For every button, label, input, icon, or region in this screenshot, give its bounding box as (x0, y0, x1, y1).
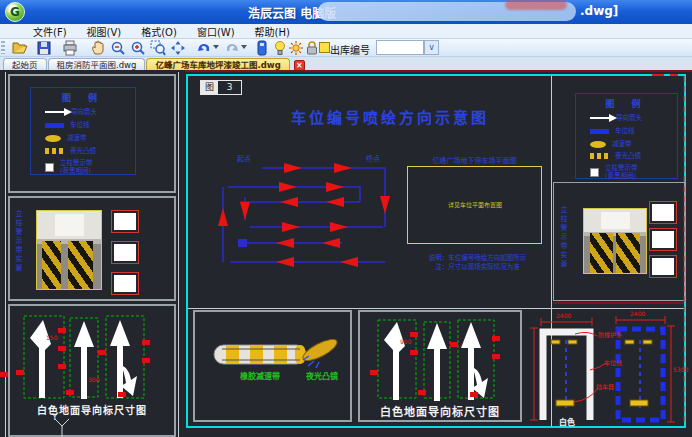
legend-item-label: 减速带 (67, 134, 87, 142)
legend-oval-symbol (590, 141, 606, 148)
bay-white-label: 白色 (548, 416, 586, 427)
legend-item-label: 立柱警示带(黄黑相间) (605, 164, 638, 180)
toolbar: 出库编号 ∨ (0, 39, 692, 57)
bay-annotation: 防撞护条 (598, 330, 622, 339)
white-sample-square (114, 275, 136, 292)
zoom-window-icon[interactable] (150, 40, 166, 56)
legend-bar-symbol (590, 129, 609, 134)
white-sample-square (114, 244, 136, 261)
arrow-dim: 300 (88, 376, 99, 383)
palette-icon[interactable] (254, 40, 270, 56)
garage-photo-right (583, 208, 647, 274)
legend-item-label: 导向箭头 (616, 114, 642, 122)
ucs-axis-label: Y (52, 412, 58, 422)
app-logo-icon: G (5, 2, 25, 22)
menu-bar: 文件(F) 视图(V) 格式(O) 窗口(W) 帮助(H) (0, 24, 692, 39)
menu-format[interactable]: 格式(O) (138, 24, 180, 39)
figure-stamp: 图 3 (200, 80, 242, 95)
legend-oval-symbol (45, 135, 61, 142)
legend-title: 图 例 (576, 97, 677, 110)
legend-square-symbol (45, 163, 54, 172)
plan-inner-note: 详见车位平面布置图 (410, 200, 540, 209)
out-number-label: 出库编号 (330, 42, 370, 57)
print-icon[interactable] (62, 40, 78, 56)
route-start-label: 起点 (237, 153, 251, 163)
redo-icon[interactable] (224, 40, 240, 56)
garage-photo-left (36, 210, 102, 290)
white-sample-square (652, 204, 674, 221)
speed-bump-panel (193, 310, 352, 422)
legend-box-left: 图 例 导向箭头 车位线 减速带 夜光凸镜 立柱警示带(黄黑相间) (30, 87, 136, 175)
bay-dim-top: 2400 (556, 312, 571, 319)
window-title-suffix: .dwg] (580, 4, 618, 18)
photo-side-label: 立柱警示带实景 (558, 206, 568, 272)
photo-striped-column (616, 233, 640, 273)
bay-annotation: 挡车器 (596, 382, 614, 391)
bay-dim-side: 5300 (673, 366, 688, 373)
white-sample-square (114, 213, 136, 230)
maroon-line (553, 302, 684, 304)
mirror-label: 夜光凸镜 (294, 370, 350, 381)
legend-item-label: 导向箭头 (71, 108, 97, 116)
maroon-top-line (185, 70, 692, 72)
bay-annotation: 车位线 (604, 358, 622, 367)
undo-dropdown-icon[interactable] (213, 45, 219, 49)
legend-dash-symbol (590, 153, 609, 159)
bay-dim-top: 2400 (630, 310, 645, 317)
legend-arrow-symbol (45, 111, 65, 113)
legend-dash-symbol (45, 148, 64, 154)
sheet-main-title: 车位编号喷绘方向示意图 (240, 106, 540, 127)
app-window: G 浩辰云图 电脑版 .dwg] 文件(F) 视图(V) 格式(O) 窗口(W)… (0, 0, 692, 437)
legend-item-label: 车位线 (615, 127, 635, 135)
photo-striped-column (590, 233, 612, 273)
menu-window[interactable]: 窗口(W) (194, 24, 238, 39)
redo-dropdown-icon[interactable] (241, 45, 247, 49)
combo-dropdown-icon[interactable]: ∨ (424, 40, 439, 55)
arrow-panel-label-left: 白色地面导向标尺寸图 (10, 402, 174, 417)
zoom-extents-icon[interactable] (170, 40, 186, 56)
drawing-canvas[interactable]: 图 例 导向箭头 车位线 减速带 夜光凸镜 立柱警示带(黄黑相间) 立柱警示带实… (0, 70, 692, 437)
color-swatch-icon[interactable] (319, 42, 330, 53)
arrow-dim: 900 (400, 338, 411, 345)
open-icon[interactable] (12, 40, 28, 56)
arrows-left-section (8, 304, 176, 437)
toolbar-grip[interactable] (1, 41, 5, 54)
zoom-out-icon[interactable] (110, 40, 126, 56)
legend-item-label: 减速带 (612, 140, 632, 148)
arrow-dim: 150 (46, 334, 57, 341)
arrow-panel-label-center: 白色地面导向标尺寸图 (360, 403, 520, 419)
pan-hand-icon[interactable] (90, 40, 106, 56)
legend-bar-symbol (45, 123, 64, 128)
legend-box-right: 图 例 导向箭头 车位线 减速带 夜光凸镜 立柱警示带(黄黑相间) (575, 93, 678, 179)
undo-icon[interactable] (196, 40, 212, 56)
sheet-divider (551, 76, 552, 426)
stamp-prefix: 图 (201, 81, 218, 94)
photo-side-label: 立柱警示带实景 (13, 210, 23, 292)
legend-square-symbol (590, 168, 599, 177)
photo-beam (55, 214, 84, 236)
legend-arrow-symbol (590, 117, 610, 119)
stamp-number: 3 (218, 81, 241, 94)
legend-item-label: 立柱警示带(黄黑相间) (60, 159, 93, 175)
brightness-icon[interactable] (288, 40, 304, 56)
bulb-icon[interactable] (272, 40, 288, 56)
frame-line (5, 72, 6, 437)
title-bar[interactable]: G 浩辰云图 电脑版 .dwg] (0, 0, 692, 24)
tab-bar: 起始页 租房消防平面图.dwg 亿峰广场车库地坪漆竣工图.dwg × (0, 57, 692, 71)
white-sample-square (652, 231, 674, 248)
photo-striped-column (42, 241, 61, 289)
legend-item-label: 夜光凸镜 (615, 152, 641, 160)
legend-title: 图 例 (31, 91, 135, 104)
censor-red-smudge (505, 0, 567, 10)
menu-file[interactable]: 文件(F) (30, 24, 70, 39)
save-icon[interactable] (36, 40, 52, 56)
menu-help[interactable]: 帮助(H) (252, 24, 293, 39)
menu-view[interactable]: 视图(V) (84, 24, 125, 39)
photo-striped-column (68, 241, 94, 289)
out-number-combo[interactable] (376, 40, 424, 55)
lock-icon[interactable] (304, 40, 320, 56)
plan-note-2: 注：尺寸以现场实际情况为准 (395, 261, 560, 271)
frame-line (178, 72, 179, 437)
white-sample-square (652, 258, 674, 275)
zoom-in-icon[interactable] (130, 40, 146, 56)
